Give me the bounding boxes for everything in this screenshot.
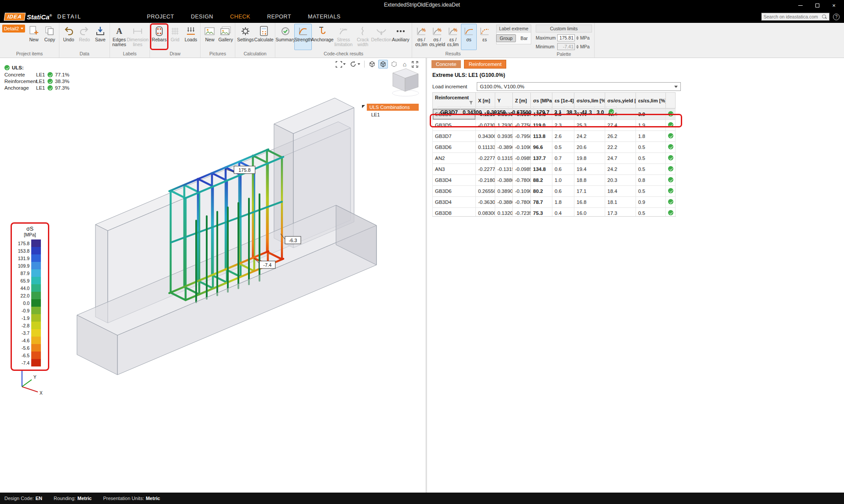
table-cell-z[interactable]: -0.67500 xyxy=(508,107,533,118)
clipping-box-button[interactable] xyxy=(334,60,347,69)
eps-over-eps-lim-button[interactable]: % εs / εs,lim xyxy=(445,24,461,50)
table-cell-name[interactable]: AN3 xyxy=(433,164,476,175)
table-cell-r1[interactable]: 19.8 xyxy=(574,153,605,164)
maximum-input[interactable] xyxy=(557,34,575,41)
minimize-button[interactable] xyxy=(792,0,809,11)
table-cell-eps[interactable]: 0.4 xyxy=(552,208,574,217)
table-cell-sigma[interactable]: 134.8 xyxy=(531,164,552,175)
rebars-button[interactable]: Rebars xyxy=(151,24,167,50)
table-row[interactable]: GB3D60.11133-0.38900-0.1090096.60.520.62… xyxy=(433,142,676,153)
table-cell-r1[interactable]: 24.2 xyxy=(574,131,605,142)
table-cell-name[interactable]: GB3D6 xyxy=(433,142,476,153)
table-cell-z[interactable]: -0.09857 xyxy=(513,164,531,175)
table-cell-sigma[interactable]: 119.0 xyxy=(531,120,552,131)
search-input[interactable] xyxy=(764,14,822,19)
menu-tab-report[interactable]: REPORT xyxy=(259,11,300,22)
table-cell-eps[interactable]: 0.7 xyxy=(552,153,574,164)
table-row[interactable]: GB3D4-0.36300-0.38800-0.7800078.71.816.8… xyxy=(433,197,676,208)
settings-button[interactable]: Settings xyxy=(237,24,254,50)
table-cell-r2[interactable]: 17.3 xyxy=(605,208,636,217)
menu-tab-materials[interactable]: MATERIALS xyxy=(300,11,349,22)
new-picture-button[interactable]: New xyxy=(202,24,218,50)
transparent-view-button[interactable] xyxy=(389,60,399,69)
table-cell-z[interactable]: -0.72350 xyxy=(513,208,531,217)
search-box[interactable] xyxy=(761,13,829,21)
table-cell-z[interactable]: -0.10900 xyxy=(513,142,531,153)
tab-concrete[interactable]: Concrete xyxy=(431,60,461,68)
table-cell-r1[interactable]: 17.1 xyxy=(574,186,605,197)
table-cell-x[interactable]: -0.21800 xyxy=(476,175,495,186)
table-cell-z[interactable]: -0.77500 xyxy=(513,120,531,131)
table-cell-eps[interactable]: 2.6 xyxy=(552,131,574,142)
table-row[interactable]: GB3D5-0.073001.79300-0.77500119.02.325.3… xyxy=(433,120,676,131)
table-cell-r3[interactable]: 0.5 xyxy=(636,186,666,197)
table-cell-eps[interactable]: 0.5 xyxy=(552,142,574,153)
calculate-button[interactable]: Calculate xyxy=(254,24,274,50)
edges-names-button[interactable]: A Edges names xyxy=(111,24,127,50)
search-icon[interactable] xyxy=(822,14,827,19)
new-project-item-button[interactable]: New xyxy=(26,24,42,50)
table-row[interactable]: GB3D80.083000.13200-0.7235075.30.416.017… xyxy=(433,208,676,217)
help-icon[interactable]: ? xyxy=(833,14,840,20)
table-cell-y[interactable]: 0.39359 xyxy=(495,131,513,142)
gallery-button[interactable]: Gallery xyxy=(218,24,234,50)
table-cell-r3[interactable]: 1.9 xyxy=(636,120,666,131)
table-cell-r3[interactable]: 0.8 xyxy=(636,175,666,186)
table-cell-name[interactable]: AN2 xyxy=(433,153,476,164)
table-cell-sigma[interactable]: 80.2 xyxy=(531,186,552,197)
strength-button[interactable]: Strength xyxy=(294,24,312,50)
table-cell-r2[interactable]: 24.2 xyxy=(605,164,636,175)
table-cell-eps[interactable]: 1.0 xyxy=(552,175,574,186)
table-cell-r3[interactable]: 3.0 xyxy=(594,107,607,118)
table-cell-sigma[interactable]: 179.7 xyxy=(534,107,552,118)
table-cell-r3[interactable]: 0.5 xyxy=(636,208,666,217)
collapse-triangle-icon[interactable] xyxy=(362,105,365,108)
zoom-fit-button[interactable] xyxy=(410,60,420,69)
table-cell-x[interactable]: -0.07300 xyxy=(476,120,495,131)
table-cell-r1[interactable]: 20.6 xyxy=(574,142,605,153)
sigma-over-sigma-lim-button[interactable]: % σs / σs,lim xyxy=(413,24,429,50)
table-row[interactable]: GB3D70.343000.39359-0.79500113.82.624.22… xyxy=(433,131,676,142)
solid-view-button[interactable] xyxy=(378,60,388,69)
table-cell-x[interactable]: -0.22776 xyxy=(476,153,495,164)
table-cell-sigma[interactable]: 88.2 xyxy=(531,175,552,186)
table-cell-r1[interactable]: 25.3 xyxy=(574,120,605,131)
save-button[interactable]: Save xyxy=(92,24,108,50)
table-cell-y[interactable]: 0.38900 xyxy=(495,186,513,197)
table-cell-r3[interactable]: 0.5 xyxy=(636,153,666,164)
tab-reinforcement[interactable]: Reinforcement xyxy=(464,60,506,68)
table-cell-x[interactable]: 0.08300 xyxy=(476,208,495,217)
label-extreme-group-button[interactable]: Group xyxy=(496,34,516,42)
table-cell-x[interactable]: 0.34300 xyxy=(460,107,484,118)
table-cell-y[interactable]: -0.13150 xyxy=(495,164,513,175)
undo-button[interactable]: Undo xyxy=(61,24,77,50)
table-cell-r2[interactable]: 18.1 xyxy=(605,197,636,208)
sigma-over-sigma-yield-button[interactable]: % σs / σs,yield xyxy=(429,24,445,50)
table-cell-y[interactable]: 0.13150 xyxy=(495,153,513,164)
table-cell-eps[interactable]: 2.1 xyxy=(552,107,564,118)
table-cell-sigma[interactable]: 96.6 xyxy=(531,142,552,153)
table-cell-r3[interactable]: 1.8 xyxy=(636,131,666,142)
table-cell-y[interactable]: 0.39359 xyxy=(484,107,508,118)
table-cell-r2[interactable]: 41.3 xyxy=(579,107,594,118)
auxiliary-button[interactable]: Auxiliary xyxy=(391,24,410,50)
table-cell-r2[interactable]: 24.7 xyxy=(605,153,636,164)
anchorage-button[interactable]: Anchorage xyxy=(312,24,333,50)
table-cell-r2[interactable]: 26.2 xyxy=(605,131,636,142)
table-cell-r2[interactable]: 20.3 xyxy=(605,175,636,186)
home-view-button[interactable]: ⌂ xyxy=(400,60,409,69)
table-cell-eps[interactable]: 2.3 xyxy=(552,120,574,131)
table-cell-z[interactable]: -0.10900 xyxy=(513,186,531,197)
filter-icon[interactable] xyxy=(469,101,473,106)
table-cell-x[interactable]: 0.34300 xyxy=(476,131,495,142)
wireframe-view-button[interactable] xyxy=(367,60,377,69)
menu-tab-check[interactable]: CHECK xyxy=(222,11,259,22)
table-cell-sigma[interactable]: 137.7 xyxy=(531,153,552,164)
table-cell-r2[interactable]: 27.4 xyxy=(605,120,636,131)
table-cell-r3[interactable]: 0.9 xyxy=(636,197,666,208)
table-cell-x[interactable]: 0.11133 xyxy=(476,142,495,153)
table-cell-r3[interactable]: 0.5 xyxy=(636,164,666,175)
tree-header[interactable]: ULS Combinations xyxy=(367,104,419,111)
table-cell-name[interactable]: GB3D8 xyxy=(433,208,476,217)
table-cell-sigma[interactable]: 113.8 xyxy=(531,131,552,142)
